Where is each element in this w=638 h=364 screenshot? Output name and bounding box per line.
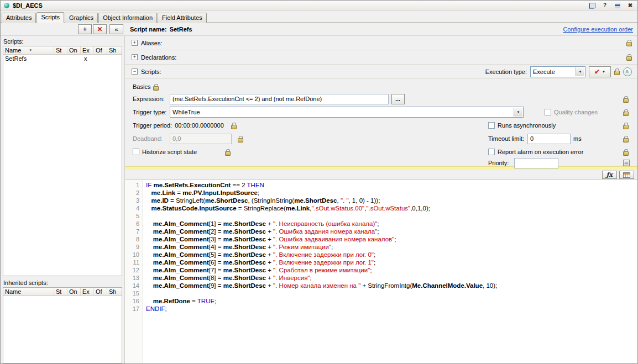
script-row[interactable]: SetRefsx <box>3 55 122 62</box>
code-line[interactable]: me.Alm_Comment[5] = me.ShortDesc + ". Вк… <box>146 251 637 259</box>
tab-attributes[interactable]: Attributes <box>2 13 36 23</box>
runs-async-label: Runs asynchronously <box>498 122 556 129</box>
lock-icon[interactable] <box>623 98 629 103</box>
close-icon[interactable]: ✖ <box>626 2 634 9</box>
expression-label: Expression: <box>133 96 167 102</box>
expand-icon[interactable] <box>132 40 138 46</box>
code-line[interactable]: me.Alm_Comment[9] = me.ShortDesc + ". Но… <box>146 282 637 289</box>
line-number: 4 <box>125 204 139 212</box>
code-line[interactable]: me.ID = StringLeft(me.ShortDesc, (String… <box>146 197 637 204</box>
undock-icon[interactable] <box>588 2 596 9</box>
execution-type-label: Execution type: <box>485 68 527 75</box>
collapse-icon[interactable] <box>132 68 138 75</box>
code-line[interactable]: me.Alm_Comment[8] = me.ShortDesc + ". Ин… <box>146 274 637 282</box>
scripts-grid[interactable]: Name▼StOnExOfSh SetRefsx <box>3 46 122 276</box>
lock-icon[interactable] <box>623 138 629 143</box>
lock-icon[interactable] <box>623 125 629 129</box>
priority-input[interactable] <box>514 158 558 168</box>
code-line[interactable]: me.Alm_Comment[3] = me.ShortDesc + ". Ош… <box>146 235 637 243</box>
execution-type-value: Execute <box>533 68 555 75</box>
code-line[interactable]: me.Link = me.PV.Input.InputSource; <box>146 189 637 197</box>
execution-type-select[interactable]: Execute ▼ <box>530 66 585 77</box>
trigger-period-value[interactable]: 00:00:00.0000000 <box>175 122 224 129</box>
line-number: 5 <box>125 212 139 220</box>
code-line[interactable]: IF me.SetRefs.ExecutionCnt == 2 THEN <box>146 181 637 189</box>
script-code-editor[interactable]: 1234567891011121314151617 IF me.SetRefs.… <box>125 180 637 363</box>
delete-script-button[interactable]: ✕ <box>93 24 107 34</box>
code-line[interactable]: me.Alm_Comment[1] = me.ShortDesc + ". Не… <box>146 220 637 228</box>
code-lines[interactable]: IF me.SetRefs.ExecutionCnt == 2 THEN me.… <box>143 180 637 363</box>
line-number: 13 <box>125 274 139 282</box>
insert-function-button[interactable]: ƒx <box>602 171 617 179</box>
lock-icon[interactable] <box>623 151 629 156</box>
column-header-st[interactable]: St <box>54 46 67 55</box>
lock-icon[interactable] <box>153 86 159 91</box>
script-name-value: SetRefs <box>170 26 192 33</box>
tab-graphics[interactable]: Graphics <box>65 13 98 23</box>
tab-field-attributes[interactable]: Field Attributes <box>158 13 207 23</box>
dropdown-button[interactable]: ▼ <box>576 67 584 76</box>
lock-icon[interactable] <box>231 125 237 129</box>
quality-changes-checkbox[interactable] <box>545 109 551 115</box>
runs-async-checkbox[interactable] <box>488 122 495 129</box>
line-number: 7 <box>125 228 139 235</box>
expression-browse-button[interactable]: ... <box>391 94 405 104</box>
code-line[interactable]: me.Alm_Comment[6] = me.ShortDesc + ". Вк… <box>146 259 637 266</box>
validate-script-button[interactable]: ✔ ▼ <box>589 66 611 77</box>
line-number: 15 <box>125 289 139 297</box>
tab-object-information[interactable]: Object Information <box>98 13 157 23</box>
collapse-panel-button[interactable]: « <box>109 24 123 34</box>
timeout-limit-input[interactable]: 0 <box>527 134 571 144</box>
column-header-st[interactable]: St <box>54 288 67 296</box>
column-header-sh[interactable]: Sh <box>107 46 122 55</box>
lock-icon[interactable] <box>623 112 629 116</box>
column-header-of[interactable]: Of <box>94 46 107 55</box>
column-header-on[interactable]: On <box>67 288 81 296</box>
column-header-name[interactable]: Name▼ <box>3 46 54 55</box>
column-header-ex[interactable]: Ex <box>81 288 94 296</box>
toolbar-buttons: + ✕ « <box>1 24 124 34</box>
lock-icon[interactable] <box>238 138 243 143</box>
code-line[interactable]: me.StatusCode.InputSource = StringReplac… <box>146 204 637 212</box>
save-icon[interactable] <box>614 2 621 9</box>
column-header-sh[interactable]: Sh <box>107 288 122 296</box>
dropdown-button[interactable]: ▼ <box>514 108 522 117</box>
line-numbers: 1234567891011121314151617 <box>125 180 143 363</box>
code-line[interactable]: me.Alm_Comment[2] = me.ShortDesc + ". Ош… <box>146 228 637 235</box>
scripts-section-header: Scripts: Execution type: Execute ▼ ✔ ▼ « <box>125 65 637 79</box>
script-cell-sh <box>107 55 121 62</box>
object-editor-window: $DI_AECS ?✖ AttributesScriptsGraphicsObj… <box>0 0 638 364</box>
expression-input[interactable]: (me.SetRefs.ExecutionCnt <= 2) and (not … <box>170 94 389 104</box>
deadband-input[interactable]: 0,0 <box>170 134 232 144</box>
chevron-down-icon: ▼ <box>579 70 582 73</box>
column-header-on[interactable]: On <box>67 46 81 55</box>
code-line[interactable] <box>146 212 637 220</box>
lock-icon[interactable] <box>626 56 632 61</box>
column-header-of[interactable]: Of <box>94 288 107 296</box>
expand-icon[interactable] <box>132 54 138 60</box>
lock-icon[interactable] <box>225 151 231 156</box>
trigger-type-select[interactable]: WhileTrue ▼ <box>170 107 524 118</box>
code-line[interactable]: ENDIF; <box>146 305 637 313</box>
line-number: 1 <box>125 181 139 189</box>
line-number: 2 <box>125 189 139 197</box>
lock-icon[interactable] <box>626 42 632 46</box>
collapse-all-button[interactable]: « <box>623 67 632 76</box>
tab-scripts[interactable]: Scripts <box>36 12 64 23</box>
line-number: 9 <box>125 243 139 251</box>
code-line[interactable]: me.Alm_Comment[4] = me.ShortDesc + ". Ре… <box>146 243 637 251</box>
inherited-scripts-label: Inherited scripts: <box>3 279 122 286</box>
configure-execution-order-link[interactable]: Configure execution order <box>563 26 633 33</box>
column-header-name[interactable]: Name <box>3 288 54 296</box>
add-script-button[interactable]: + <box>78 24 92 34</box>
code-line[interactable]: me.RefDone = TRUE; <box>146 297 637 305</box>
help-icon[interactable]: ? <box>601 2 609 9</box>
inherited-scripts-grid[interactable]: NameStOnExOfSh <box>3 287 122 363</box>
attribute-browser-button[interactable] <box>619 171 634 179</box>
historize-checkbox[interactable] <box>133 149 139 155</box>
lock-icon[interactable] <box>614 71 620 75</box>
report-alarm-checkbox[interactable] <box>488 149 495 155</box>
code-line[interactable] <box>146 289 637 297</box>
code-line[interactable]: me.Alm_Comment[7] = me.ShortDesc + ". Ср… <box>146 266 637 274</box>
column-header-ex[interactable]: Ex <box>81 46 94 55</box>
